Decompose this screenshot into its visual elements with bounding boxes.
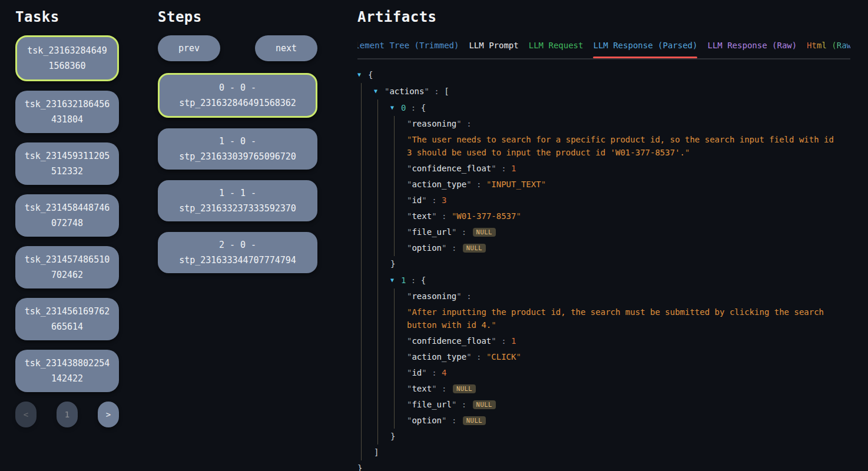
- step-list: 0 - 0 - stp_2316328464915683621 - 0 - st…: [158, 73, 317, 273]
- collapse-toggle-icon[interactable]: ▼: [390, 272, 401, 288]
- task-item[interactable]: tsk_231459311205512332: [15, 142, 119, 185]
- colon: :: [427, 195, 442, 205]
- json-line: ]: [357, 445, 850, 460]
- json-string: INPUT_TEXT: [491, 180, 541, 189]
- indent-guide: [361, 397, 374, 413]
- json-line: "option" : NULL: [357, 240, 850, 256]
- step-item[interactable]: 0 - 0 - stp_231632846491568362: [158, 73, 317, 118]
- tasks-title: Tasks: [15, 7, 119, 27]
- json-line-text: ▼{: [357, 67, 381, 83]
- json-line: "After inputting the product id, the sea…: [357, 304, 850, 333]
- task-item[interactable]: tsk_231458448746072748: [15, 194, 119, 237]
- task-item[interactable]: tsk_231457486510702462: [15, 246, 119, 288]
- indent-guide: [377, 177, 390, 193]
- quote: ": [432, 384, 436, 393]
- task-item[interactable]: tsk_231438802254142422: [15, 350, 119, 392]
- indent-guide: [394, 397, 407, 413]
- json-key: reasoning: [412, 119, 456, 128]
- indent-guide: [394, 304, 407, 333]
- task-item[interactable]: tsk_231632186456431804: [15, 91, 119, 133]
- tab-llm-response-parsed[interactable]: LLM Response (Parsed): [593, 35, 697, 58]
- collapse-toggle-icon[interactable]: ▼: [357, 67, 368, 82]
- json-string: After inputting the product id, the sear…: [407, 307, 829, 330]
- indent-guide: [394, 193, 407, 208]
- pagination-prev-button[interactable]: <: [15, 402, 37, 427]
- indent-guide: [377, 240, 390, 256]
- indent-guide: [394, 365, 407, 381]
- task-item[interactable]: tsk_231632846491568360: [15, 35, 119, 81]
- json-key: reasoning: [412, 291, 456, 301]
- task-item[interactable]: tsk_231456169762665614: [15, 298, 119, 340]
- quote: ": [422, 195, 426, 205]
- indent-guide: [394, 116, 407, 132]
- indent-guide: [361, 413, 374, 429]
- quote: ": [466, 180, 471, 189]
- colon: :: [462, 119, 472, 128]
- step-item[interactable]: 2 - 0 - stp_231633344707774794: [158, 232, 317, 273]
- quote: ": [541, 180, 546, 189]
- json-key: text: [412, 211, 432, 221]
- tab-llm-request[interactable]: LLM Request: [529, 35, 584, 58]
- active-tab-underline: [593, 57, 697, 58]
- collapse-toggle-icon[interactable]: ▼: [374, 83, 385, 99]
- tab-html-raw[interactable]: Html (Raw): [807, 35, 850, 58]
- step-item[interactable]: 1 - 0 - stp_231633039765096720: [158, 128, 317, 170]
- json-key: option: [412, 416, 442, 425]
- colon: :: [446, 243, 461, 253]
- json-line-text: "text" : "W01-377-8537": [407, 208, 529, 224]
- json-line-text: ▼0 : {: [390, 99, 434, 116]
- json-line-text: "action_type" : "INPUT_TEXT": [407, 177, 554, 193]
- indent-guide: [394, 224, 407, 240]
- quote: ": [432, 211, 436, 221]
- prev-step-button[interactable]: prev: [158, 35, 220, 61]
- colon: :: [456, 400, 471, 409]
- artifacts-panel: Artifacts Element Tree (Trimmed)LLM Prom…: [357, 0, 850, 471]
- json-line-text: ]: [374, 445, 387, 460]
- json-line-text: "confidence_float" : 1: [407, 333, 524, 349]
- bracket: ]: [374, 447, 379, 457]
- pagination-page-button[interactable]: 1: [57, 402, 78, 427]
- indent-guide: [377, 304, 390, 333]
- indent-guide: [361, 208, 374, 224]
- json-line: "action_type" : "CLICK": [357, 349, 850, 365]
- quote: ": [422, 368, 426, 377]
- indent-guide: [361, 256, 374, 272]
- json-line-text: }: [390, 429, 403, 445]
- quote: ": [516, 352, 521, 361]
- indent-guide: [377, 413, 390, 429]
- pagination-next-button[interactable]: >: [98, 402, 119, 427]
- task-list: tsk_231632846491568360tsk_23163218645643…: [15, 35, 119, 392]
- indent-guide: [361, 177, 374, 193]
- colon: :: [496, 164, 511, 173]
- step-item[interactable]: 1 - 1 - stp_231633237333592370: [158, 180, 317, 221]
- tab-element-tree-trimmed[interactable]: Element Tree (Trimmed): [357, 35, 459, 58]
- json-line-text: }: [390, 256, 403, 272]
- json-string: The user needs to search for a specific …: [407, 135, 839, 157]
- indent-guide: [377, 161, 390, 177]
- quote: ": [491, 320, 496, 330]
- null-badge: NULL: [473, 228, 496, 237]
- json-line-text: "option" : NULL: [407, 413, 494, 429]
- indent-guide: [377, 256, 390, 272]
- json-number: 4: [442, 368, 446, 377]
- json-line: }: [357, 256, 850, 272]
- quote: ": [516, 211, 521, 221]
- indent-guide: [361, 161, 374, 177]
- quote: ": [491, 336, 496, 346]
- indent-guide: [361, 83, 374, 99]
- json-line-text: "id" : 3: [407, 193, 455, 208]
- steps-title: Steps: [158, 7, 317, 27]
- json-line: }: [357, 460, 850, 471]
- indent-guide: [361, 116, 374, 132]
- indent-guide: [394, 349, 407, 365]
- json-line: "text" : NULL: [357, 381, 850, 397]
- indent-guide: [377, 272, 390, 288]
- json-number: 1: [511, 164, 516, 173]
- bracket: }: [390, 432, 395, 441]
- tab-llm-prompt[interactable]: LLM Prompt: [469, 35, 518, 58]
- bracket: }: [390, 259, 395, 268]
- tab-llm-response-raw[interactable]: LLM Response (Raw): [707, 35, 797, 58]
- collapse-toggle-icon[interactable]: ▼: [390, 99, 401, 115]
- json-line: ▼{: [357, 67, 850, 83]
- next-step-button[interactable]: next: [255, 35, 317, 61]
